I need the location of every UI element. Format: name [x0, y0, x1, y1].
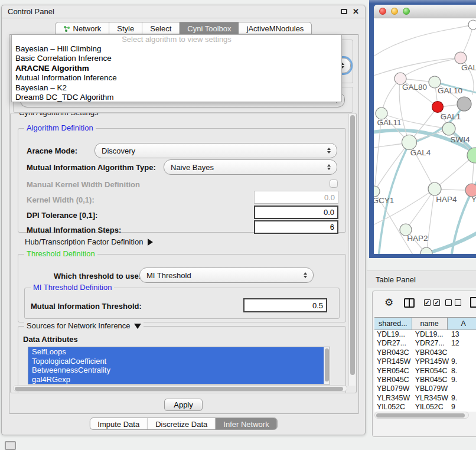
network-node-SWI4[interactable] [442, 122, 455, 135]
data-attribute-item[interactable]: SelfLoops [28, 347, 330, 357]
tab-discretize-data[interactable]: Discretize Data [148, 418, 216, 429]
table-row[interactable]: YDL19...YDL19...13 [374, 330, 476, 339]
close-light-icon[interactable] [379, 8, 386, 15]
table-row[interactable]: YBR043CYBR043C [374, 348, 476, 357]
algorithm-option[interactable]: Basic Correlation Inference [12, 54, 341, 63]
network-node-GAL4[interactable] [402, 135, 417, 150]
data-attribute-item[interactable]: BetweennessCentrality [28, 366, 330, 375]
unchecked-checkbox-icon[interactable] [445, 299, 452, 306]
kernel-width-label: Kernel Width (0,1): [27, 195, 94, 204]
table-cell: YER054C [374, 367, 413, 376]
aracne-mode-combobox[interactable]: Discovery [94, 143, 337, 158]
table-row[interactable]: YLR345WYLR345W9. [374, 394, 476, 403]
network-node[interactable] [420, 247, 432, 254]
mi-algorithm-type-combobox[interactable]: Naive Bayes [164, 159, 337, 175]
mi-steps-label: Mutual Information Steps: [27, 226, 121, 234]
table-horizontal-scrollbar[interactable] [374, 412, 469, 419]
table-cell: YIL052C [374, 403, 413, 412]
sources-expander[interactable]: Sources for Network Inference [24, 321, 144, 330]
which-threshold-value: MI Threshold [146, 271, 191, 280]
node-label: GAL4 [410, 148, 431, 157]
column-header[interactable]: name [412, 318, 448, 330]
unchecked-checkbox-icon[interactable] [455, 299, 461, 306]
scrollbar-thumb[interactable] [350, 115, 355, 375]
table-row[interactable]: YIL052CYIL052C9 [374, 403, 476, 412]
mi-threshold-field[interactable] [243, 298, 327, 312]
table-cell: 9 [449, 403, 476, 412]
algorithm-option[interactable]: Mutual Information Inference [12, 73, 341, 83]
combo-arrows-icon [304, 272, 307, 278]
table-panel-title: Table Panel [376, 275, 416, 284]
tab-style[interactable]: Style [109, 22, 142, 34]
tab-jactivemnodules[interactable]: jActiveMNodules [239, 22, 312, 34]
network-view-window: GALGAL80GAL10GAL1GAL11SWI4GAL4GCY1HAP4YH… [374, 5, 476, 254]
algorithm-option[interactable]: Dream8 DC_TDC Algorithm [12, 93, 341, 102]
table-row[interactable]: YER054CYER054C8. [374, 367, 476, 376]
network-edge [374, 25, 473, 56]
data-attribute-item[interactable]: TopologicalCoefficient [28, 357, 330, 366]
column-header[interactable]: shared... [374, 318, 412, 330]
algorithm-option[interactable]: Bayesian – K2 [12, 83, 341, 93]
node-label: GAL [461, 63, 476, 72]
network-node[interactable] [457, 97, 471, 111]
tab-network[interactable]: Network [56, 22, 110, 34]
checked-checkbox-icon[interactable]: ✓ [433, 299, 440, 306]
algorithm-option[interactable]: Bayesian – Hill Climbing [12, 44, 341, 54]
scrollbar-thumb[interactable] [15, 387, 343, 391]
gear-icon[interactable]: ⚙ [384, 296, 393, 308]
manual-kernel-checkbox[interactable] [330, 180, 338, 188]
table-row[interactable]: YBR045CYBR045C9. [374, 376, 476, 384]
table-cell: 9. [449, 394, 476, 403]
aracne-mode-value: Discovery [102, 146, 135, 155]
dock-mini-icon[interactable] [5, 441, 16, 450]
threshold-definition-group: Threshold Definition Which threshold to … [18, 254, 346, 322]
hub-definition-expander[interactable]: Hub/Transcription Factor Definition [25, 237, 153, 246]
network-window-titlebar[interactable] [374, 5, 476, 18]
data-attribute-item[interactable]: gal4RGexp [28, 375, 330, 384]
scrollbar-thumb[interactable] [376, 413, 465, 418]
table-cell: YBL079W [374, 384, 413, 393]
network-node[interactable] [468, 20, 476, 30]
mi-type-value: Naive Bayes [171, 163, 214, 172]
network-node-GAL11[interactable] [376, 107, 387, 119]
network-canvas[interactable]: GALGAL80GAL10GAL1GAL11SWI4GAL4GCY1HAP4YH… [374, 18, 476, 254]
table-row[interactable]: YBL079WYBL079W [374, 384, 476, 393]
settings-vertical-scrollbar[interactable] [348, 114, 356, 386]
zoom-light-icon[interactable] [403, 8, 410, 15]
tab-infer-network[interactable]: Infer Network [216, 418, 276, 429]
kernel-width-field[interactable] [254, 191, 338, 204]
data-attributes-list: SelfLoopsTopologicalCoefficientBetweenne… [28, 347, 330, 384]
page-icon[interactable] [470, 297, 476, 308]
minimize-light-icon[interactable] [391, 8, 398, 15]
tab-select[interactable]: Select [142, 22, 180, 34]
column-header[interactable]: A [448, 318, 476, 330]
which-threshold-combobox[interactable]: MI Threshold [139, 268, 314, 283]
network-node-GAL[interactable] [455, 52, 467, 64]
tab-cyni-toolbox[interactable]: Cyni Toolbox [180, 22, 239, 34]
table-cell: YBR045C [413, 376, 449, 384]
dpi-tolerance-field[interactable] [254, 206, 338, 219]
columns-icon[interactable] [404, 298, 415, 308]
which-threshold-label: Which threshold to use: [54, 272, 141, 281]
table-row[interactable]: YDR27...YDR27...12 [374, 339, 476, 348]
mi-steps-field[interactable] [254, 220, 338, 234]
network-node-GAL1[interactable] [432, 102, 444, 113]
list-vertical-scrollbar[interactable] [324, 347, 330, 384]
combo-arrows-icon [327, 148, 331, 154]
algorithm-option[interactable]: ARACNE Algorithm [12, 64, 341, 73]
table-cell: YDR27... [374, 339, 413, 348]
tab-impute-data[interactable]: Impute Data [90, 418, 148, 429]
table-header-row: shared...nameA [374, 317, 476, 330]
float-window-icon[interactable] [341, 9, 347, 14]
table-row[interactable]: YPR145WYPR145W9. [374, 357, 476, 366]
scrollbar-thumb[interactable] [325, 348, 329, 381]
apply-button[interactable]: Apply [164, 399, 203, 411]
checked-checkbox-icon[interactable]: ✓ [424, 299, 431, 306]
node-label: HAP2 [407, 234, 428, 243]
manual-kernel-label: Manual Kernel Width Definition [27, 180, 140, 189]
settings-horizontal-scrollbar[interactable] [13, 385, 347, 392]
network-node-HAP4[interactable] [428, 182, 441, 195]
node-label: GAL1 [441, 112, 461, 121]
network-node-GCY1[interactable] [374, 186, 380, 197]
close-icon[interactable]: ✕ [353, 9, 359, 15]
